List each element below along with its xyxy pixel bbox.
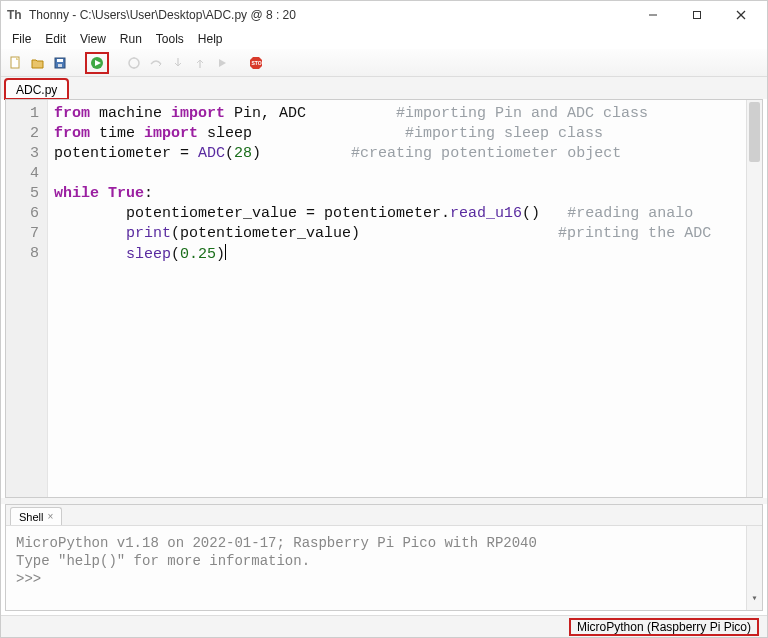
step-over-icon[interactable] xyxy=(147,54,165,72)
code-line[interactable]: print(potentiometer_value) #printing the… xyxy=(54,224,756,244)
open-file-icon[interactable] xyxy=(29,54,47,72)
code-line[interactable]: potentiometer_value = potentiometer.read… xyxy=(54,204,756,224)
line-number: 1 xyxy=(6,104,47,124)
window-controls xyxy=(631,1,763,29)
scrollbar-thumb[interactable] xyxy=(749,102,760,162)
code-line[interactable]: potentiometer = ADC(28) #creating potent… xyxy=(54,144,756,164)
code-editor[interactable]: 12345678 from machine import Pin, ADC #i… xyxy=(5,99,763,498)
svg-text:Th: Th xyxy=(7,8,22,22)
shell-tab-label: Shell xyxy=(19,511,43,523)
step-out-icon[interactable] xyxy=(191,54,209,72)
menu-view[interactable]: View xyxy=(73,30,113,48)
code-area[interactable]: from machine import Pin, ADC #importing … xyxy=(48,100,762,497)
shell-line: MicroPython v1.18 on 2022-01-17; Raspber… xyxy=(16,534,752,552)
chevron-down-icon[interactable]: ▾ xyxy=(747,590,762,608)
step-into-icon[interactable] xyxy=(169,54,187,72)
shell-tabbar: Shell × xyxy=(6,505,762,525)
editor-tabbar: ADC.py xyxy=(1,77,767,99)
line-number: 2 xyxy=(6,124,47,144)
titlebar: Th Thonny - C:\Users\User\Desktop\ADC.py… xyxy=(1,1,767,29)
line-number: 5 xyxy=(6,184,47,204)
run-icon[interactable] xyxy=(88,54,106,72)
code-line[interactable] xyxy=(54,164,756,184)
line-number: 4 xyxy=(6,164,47,184)
editor-scrollbar[interactable] xyxy=(746,100,762,497)
stop-icon[interactable]: STOP xyxy=(247,54,265,72)
shell-scrollbar[interactable]: ▾ xyxy=(746,526,762,610)
menu-file[interactable]: File xyxy=(5,30,38,48)
code-line[interactable]: while True: xyxy=(54,184,756,204)
close-icon[interactable]: × xyxy=(47,511,53,522)
shell-output[interactable]: MicroPython v1.18 on 2022-01-17; Raspber… xyxy=(6,526,762,610)
line-number: 3 xyxy=(6,144,47,164)
interpreter-label: MicroPython (Raspberry Pi Pico) xyxy=(577,620,751,634)
shell-prompt[interactable]: >>> xyxy=(16,570,752,588)
line-number: 7 xyxy=(6,224,47,244)
menu-edit[interactable]: Edit xyxy=(38,30,73,48)
text-cursor xyxy=(225,244,226,260)
window-title: Thonny - C:\Users\User\Desktop\ADC.py @ … xyxy=(29,8,631,22)
shell-tab[interactable]: Shell × xyxy=(10,507,62,525)
line-number: 8 xyxy=(6,244,47,264)
interpreter-selector[interactable]: MicroPython (Raspberry Pi Pico) xyxy=(569,618,759,636)
menu-help[interactable]: Help xyxy=(191,30,230,48)
menubar: File Edit View Run Tools Help xyxy=(1,29,767,49)
line-number: 6 xyxy=(6,204,47,224)
save-file-icon[interactable] xyxy=(51,54,69,72)
close-button[interactable] xyxy=(719,1,763,29)
editor-tab-adc[interactable]: ADC.py xyxy=(5,79,68,99)
maximize-button[interactable] xyxy=(675,1,719,29)
statusbar: MicroPython (Raspberry Pi Pico) xyxy=(1,615,767,637)
app-icon: Th xyxy=(7,7,23,23)
shell-line: Type "help()" for more information. xyxy=(16,552,752,570)
toolbar: STOP xyxy=(1,49,767,77)
menu-tools[interactable]: Tools xyxy=(149,30,191,48)
editor-tab-label: ADC.py xyxy=(16,83,57,97)
new-file-icon[interactable] xyxy=(7,54,25,72)
svg-rect-8 xyxy=(58,64,62,67)
code-line[interactable]: sleep(0.25) xyxy=(54,244,756,264)
menu-run[interactable]: Run xyxy=(113,30,149,48)
shell-panel: Shell × MicroPython v1.18 on 2022-01-17;… xyxy=(5,504,763,611)
debug-icon[interactable] xyxy=(125,54,143,72)
run-button-highlight xyxy=(85,52,109,74)
code-line[interactable]: from time import sleep #importing sleep … xyxy=(54,124,756,144)
svg-rect-5 xyxy=(11,57,19,68)
minimize-button[interactable] xyxy=(631,1,675,29)
line-number-gutter: 12345678 xyxy=(6,100,48,497)
svg-point-10 xyxy=(129,58,139,68)
code-line[interactable]: from machine import Pin, ADC #importing … xyxy=(54,104,756,124)
resume-icon[interactable] xyxy=(213,54,231,72)
svg-text:STOP: STOP xyxy=(252,60,264,66)
svg-rect-7 xyxy=(57,59,63,62)
svg-rect-2 xyxy=(694,12,701,19)
